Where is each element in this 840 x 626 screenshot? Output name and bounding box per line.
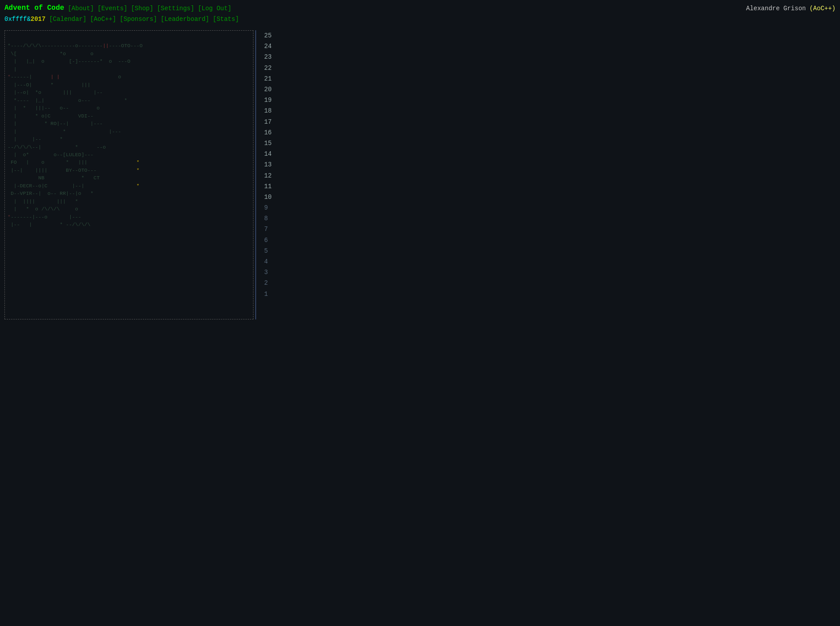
nav-shop[interactable]: [Shop] xyxy=(131,4,153,13)
day-16[interactable]: 16 xyxy=(261,127,275,138)
day-2[interactable]: 2 xyxy=(261,278,275,288)
day-9[interactable]: 9 xyxy=(261,202,275,213)
day-10[interactable]: 10 xyxy=(261,192,275,202)
day-17[interactable]: 17 xyxy=(261,116,275,127)
day-8[interactable]: 8 xyxy=(261,213,275,224)
main-content: *----/\/\/\-----------o--------||----OTO… xyxy=(0,26,840,324)
day-6[interactable]: 6 xyxy=(261,235,275,246)
nav-stats[interactable]: [Stats] xyxy=(213,14,239,24)
day-5[interactable]: 5 xyxy=(261,246,275,256)
nav-leaderboard[interactable]: [Leaderboard] xyxy=(161,14,209,24)
day-14[interactable]: 14 xyxy=(261,149,275,159)
nav-about[interactable]: [About] xyxy=(68,4,94,13)
day-11[interactable]: 11 xyxy=(261,181,275,192)
day-19[interactable]: 19 xyxy=(261,95,275,105)
day-4[interactable]: 4 xyxy=(261,256,275,267)
nav-settings[interactable]: [Settings] xyxy=(157,4,194,13)
nav-logout[interactable]: [Log Out] xyxy=(198,4,232,13)
nav-calendar[interactable]: [Calendar] xyxy=(49,14,86,24)
day-1[interactable]: 1 xyxy=(261,288,275,299)
day-18[interactable]: 18 xyxy=(261,105,275,116)
user-name: Alexandre Grison xyxy=(746,4,806,13)
day-15[interactable]: 15 xyxy=(261,138,275,149)
calendar-art: *----/\/\/\-----------o--------||----OTO… xyxy=(8,34,250,236)
site-title[interactable]: Advent of Code xyxy=(4,3,64,14)
day-numbers: 25 24 23 22 21 20 19 18 17 16 15 14 13 1… xyxy=(255,30,275,319)
day-21[interactable]: 21 xyxy=(261,73,275,84)
day-13[interactable]: 13 xyxy=(261,159,275,170)
day-25[interactable]: 25 xyxy=(261,30,275,41)
day-20[interactable]: 20 xyxy=(261,84,275,95)
day-12[interactable]: 12 xyxy=(261,170,275,181)
nav-events[interactable]: [Events] xyxy=(97,4,127,13)
nav-aocpp[interactable]: [AoC++] xyxy=(90,14,116,24)
day-3[interactable]: 3 xyxy=(261,267,275,278)
day-22[interactable]: 22 xyxy=(261,63,275,73)
day-7[interactable]: 7 xyxy=(261,224,275,234)
hex-prefix: 0xffff&2017 xyxy=(4,14,45,24)
user-badge: (AoC++) xyxy=(809,4,836,13)
nav-sponsors[interactable]: [Sponsors] xyxy=(120,14,157,24)
day-24[interactable]: 24 xyxy=(261,41,275,52)
calendar-area: *----/\/\/\-----------o--------||----OTO… xyxy=(4,30,253,319)
day-23[interactable]: 23 xyxy=(261,52,275,62)
